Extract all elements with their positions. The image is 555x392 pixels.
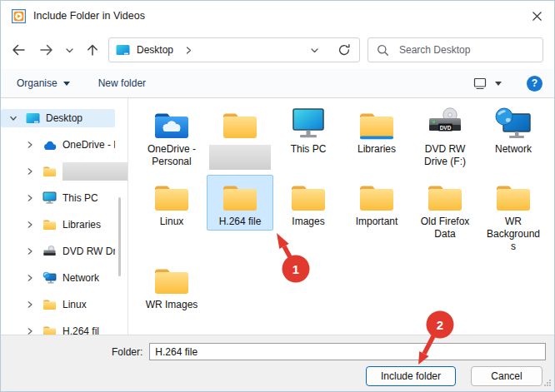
sidebar-item-h264-file[interactable]: H.264 fil <box>1 322 115 335</box>
file-item-redacted-folder[interactable] <box>207 102 273 172</box>
breadcrumb-location: Desktop <box>137 44 173 56</box>
folder-icon <box>42 299 58 310</box>
sidebar-item-label: Linux <box>62 299 87 310</box>
back-button[interactable] <box>11 43 26 57</box>
caret-down-icon <box>495 82 502 86</box>
dialog-title: Include Folder in Videos <box>33 10 145 22</box>
sidebar-item-label: Desktop <box>46 112 82 124</box>
redacted-label <box>209 145 271 170</box>
chevron-right-icon[interactable] <box>26 221 34 229</box>
include-folder-button[interactable]: Include folder <box>366 366 456 386</box>
breadcrumb-chevron-icon <box>185 46 192 55</box>
file-item-label: WR Backgrounds <box>486 216 541 253</box>
chevron-right-icon[interactable] <box>26 141 34 149</box>
refresh-button[interactable] <box>338 43 351 57</box>
chevron-right-icon[interactable] <box>26 194 34 202</box>
chevron-right-icon[interactable] <box>26 274 34 282</box>
sidebar-item-label: DVD RW Drive ( <box>62 246 115 257</box>
new-folder-button[interactable]: New folder <box>98 77 146 89</box>
folder-icon <box>494 178 532 213</box>
recent-locations-button[interactable] <box>65 46 74 55</box>
change-view-button[interactable] <box>473 77 502 90</box>
sidebar-scrollbar[interactable] <box>118 197 121 276</box>
back-arrow-icon <box>11 43 26 57</box>
chevron-right-icon[interactable] <box>26 247 34 256</box>
address-bar[interactable]: Desktop <box>108 37 360 62</box>
redacted-label <box>62 162 128 181</box>
file-item-label: DVD RW Drive (F:) <box>418 143 472 168</box>
file-grid-row: WR Images <box>138 258 554 314</box>
file-item-label: Network <box>495 143 532 156</box>
navigation-pane: DesktopOneDrive - PersThis PCLibrariesDV… <box>1 98 128 335</box>
file-item-label: Images <box>292 216 324 228</box>
include-folder-dialog: Include Folder in Videos Desktop <box>0 0 555 392</box>
title-bar: Include Folder in Videos <box>1 1 554 31</box>
onedrive-icon <box>42 140 58 151</box>
file-item-label: Libraries <box>358 143 396 156</box>
close-button[interactable] <box>519 2 554 30</box>
sidebar-item-redacted[interactable] <box>1 162 115 181</box>
sidebar-item-label: Libraries <box>62 219 101 231</box>
search-box[interactable] <box>368 37 543 62</box>
file-item-label: H.264 file <box>219 216 262 228</box>
organise-menu-button[interactable]: Organise <box>17 77 70 89</box>
cancel-button[interactable]: Cancel <box>471 366 542 386</box>
folder-icon <box>289 178 328 213</box>
up-button[interactable] <box>86 43 99 57</box>
resize-grip[interactable] <box>543 375 552 390</box>
sidebar-item-label: OneDrive - Pers <box>62 139 115 151</box>
file-item-libraries[interactable]: Libraries <box>343 102 410 158</box>
file-item-label: WR Images <box>146 299 198 311</box>
sidebar-item-onedrive[interactable]: OneDrive - Pers <box>1 136 115 154</box>
network-icon <box>493 106 533 141</box>
sidebar-item-desktop[interactable]: Desktop <box>1 109 115 127</box>
chevron-down-icon <box>65 46 74 55</box>
sidebar-item-this-pc[interactable]: This PC <box>1 189 115 207</box>
file-item-wr-backgrounds[interactable]: WR Backgrounds <box>480 175 547 256</box>
dialog-footer: Folder: Include folder Cancel <box>1 335 554 392</box>
navigation-bar: Desktop <box>1 31 554 69</box>
forward-arrow-icon <box>39 43 54 57</box>
file-item-images[interactable]: Images <box>275 175 342 231</box>
network-icon <box>42 271 58 285</box>
file-item-this-pc[interactable]: This PC <box>275 102 342 158</box>
file-item-wr-images[interactable]: WR Images <box>138 258 205 314</box>
address-dropdown-button[interactable] <box>310 46 319 55</box>
caret-down-icon <box>63 82 70 86</box>
folder-icon <box>152 261 191 296</box>
folder-icon <box>426 178 464 213</box>
search-input[interactable] <box>398 43 534 57</box>
file-item-old-firefox-data[interactable]: Old Firefox Data <box>412 175 478 243</box>
sidebar-item-libraries[interactable]: Libraries <box>1 216 115 234</box>
svg-text:DVD: DVD <box>440 125 452 131</box>
folder-name-input[interactable] <box>149 343 546 360</box>
view-mode-icon <box>473 77 487 90</box>
file-item-h264-file[interactable]: H.264 file <box>207 175 273 231</box>
help-button[interactable]: ? <box>527 76 542 92</box>
sidebar-item-linux[interactable]: Linux <box>1 295 115 314</box>
file-item-network[interactable]: Network <box>480 102 547 158</box>
file-item-onedrive-personal[interactable]: OneDrive - Personal <box>138 102 205 171</box>
file-item-linux[interactable]: Linux <box>138 175 205 231</box>
chevron-right-icon[interactable] <box>26 167 34 176</box>
file-item-label: This PC <box>291 143 327 156</box>
chevron-right-icon[interactable] <box>26 327 34 335</box>
file-item-dvd-rw-drive[interactable]: DVDDVD RW Drive (F:) <box>412 102 478 171</box>
chevron-down-icon[interactable] <box>9 114 18 122</box>
breadcrumb[interactable]: Desktop <box>116 44 192 57</box>
dvd-icon <box>42 246 58 257</box>
organise-label: Organise <box>17 77 58 89</box>
sidebar-item-network[interactable]: Network <box>1 269 115 287</box>
chevron-right-icon[interactable] <box>26 300 34 309</box>
pc-icon <box>288 106 328 141</box>
file-item-important[interactable]: Important <box>343 175 410 231</box>
sidebar-item-dvd-drive[interactable]: DVD RW Drive ( <box>1 242 115 261</box>
folder-icon <box>221 106 259 141</box>
close-icon <box>532 11 542 22</box>
file-list: OneDrive - PersonalThis PCLibrariesDVDDV… <box>128 98 554 335</box>
up-arrow-icon <box>86 43 99 57</box>
file-grid-row: LinuxH.264 fileImagesImportantOld Firefo… <box>138 175 554 256</box>
file-item-label: Linux <box>160 216 184 228</box>
forward-button[interactable] <box>39 43 54 57</box>
folder-icon <box>42 219 58 231</box>
